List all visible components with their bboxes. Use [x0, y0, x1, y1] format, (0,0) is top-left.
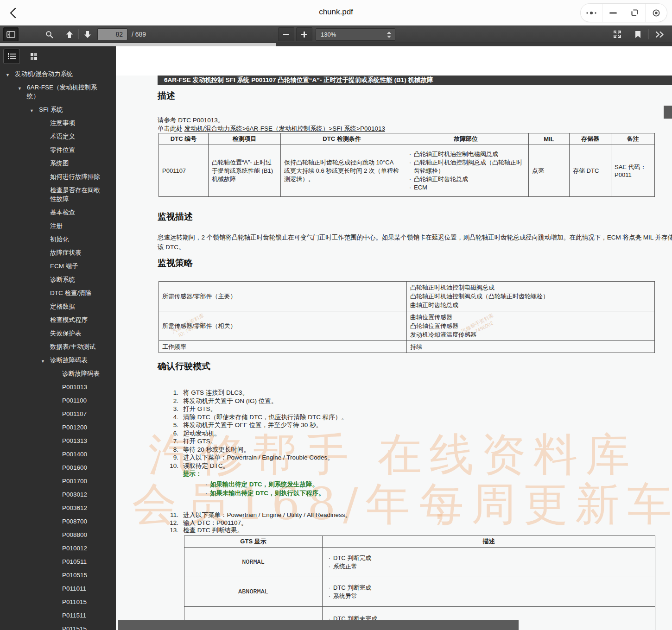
- expand-triangle-icon[interactable]: ▼: [41, 357, 45, 366]
- page-down-icon: [84, 31, 91, 38]
- close-button[interactable]: [645, 4, 667, 22]
- bookmark-icon: [635, 31, 641, 38]
- outline-item[interactable]: ▼ P011011: [0, 584, 116, 593]
- outline-item[interactable]: ▼ 检查是否存在间歇性故障: [0, 186, 116, 203]
- outline-item[interactable]: ▼ P001200: [0, 423, 116, 432]
- page-header-banner: 6AR-FSE 发动机控制 SFI 系统 P001107 凸轮轴位置“A”- 正…: [158, 76, 672, 85]
- vertical-scrollbar-thumb[interactable]: [664, 106, 672, 119]
- outline-item[interactable]: ▼ P003012: [0, 490, 116, 499]
- zoom-level-value: 130%: [321, 31, 336, 38]
- monitor-strategy-table: 所需传感器/零部件（主要） 凸轮轴正时机油控制电磁阀总成凸轮轴正时机油控制阀总成…: [158, 281, 655, 353]
- presentation-mode-button[interactable]: [609, 27, 625, 41]
- outline-item[interactable]: ▼ P010012: [0, 544, 116, 553]
- step-item: 3.打开 GTS。: [163, 405, 348, 413]
- description-line2: 单击此处 发动机/混合动力系统>6AR-FSE（发动机控制系统）>SFI 系统>…: [158, 125, 385, 133]
- sidebar-view-buttons: [0, 46, 116, 67]
- top-app-bar: chunk.pdf: [0, 0, 672, 25]
- bookmark-button[interactable]: [630, 27, 645, 41]
- outline-item[interactable]: ▼ 6AR-FSE（发动机控制系统）: [0, 83, 116, 101]
- window-close-icon: [652, 9, 660, 17]
- restore-button[interactable]: [624, 4, 646, 22]
- dtc-condition-cell: 保持凸轮轴正时齿轮总成径向跳动 10°CA 或更大持续 0.6 秒或更长时间 2…: [281, 145, 403, 197]
- dtc-table-row: P001107 凸轮轴位置“A”- 正时过于提前或系统性能 (B1) 机械故障 …: [159, 145, 655, 197]
- outline-item[interactable]: ▼ 术语定义: [0, 132, 116, 141]
- select-arrows-icon: [387, 31, 392, 38]
- expand-triangle-icon[interactable]: ▼: [6, 71, 10, 80]
- find-button[interactable]: [42, 27, 57, 41]
- outline-item[interactable]: ▼ 检查模式程序: [0, 315, 116, 324]
- outline-item[interactable]: ▼ 注意事项: [0, 119, 116, 127]
- outline-item[interactable]: ▼ 数据表/主动测试: [0, 342, 116, 351]
- outline-item[interactable]: ▼ 故障症状表: [0, 248, 116, 257]
- more-menu-button[interactable]: [581, 4, 602, 22]
- outline-item[interactable]: ▼ P001313: [0, 436, 116, 445]
- outline-item[interactable]: ▼ 注册: [0, 221, 116, 230]
- step-item: 11.进入以下菜单：Powertrain / Engine / Utility …: [163, 511, 351, 519]
- outline-item[interactable]: ▼ P011511: [0, 611, 116, 620]
- page-up-button[interactable]: [62, 27, 77, 41]
- outline-item[interactable]: ▼ P010515: [0, 571, 116, 580]
- hint-item: ·如果未输出待定 DTC，则执行以下程序。: [203, 489, 325, 498]
- section-heading-description: 描述: [158, 90, 175, 102]
- outline-item[interactable]: ▼ P010511: [0, 557, 116, 566]
- outline-item[interactable]: ▼ DTC 检查/清除: [0, 289, 116, 297]
- breadcrumb-link[interactable]: 发动机/混合动力系统>6AR-FSE（发动机控制系统）>SFI 系统>P0010…: [184, 125, 385, 132]
- confirm-steps-1-10: 1.将 GTS 连接到 DLC3。 2.将发动机开关置于 ON (IG) 位置。…: [163, 389, 348, 470]
- page-down-button[interactable]: [80, 27, 95, 41]
- outline-item[interactable]: ▼ 基本检查: [0, 208, 116, 217]
- zoom-level-select[interactable]: 130%: [316, 28, 395, 41]
- expand-triangle-icon[interactable]: ▼: [30, 107, 34, 115]
- outline-item[interactable]: ▼ P003612: [0, 504, 116, 512]
- outline-item[interactable]: ▼ P001400: [0, 450, 116, 459]
- outline-item[interactable]: ▼ ECM 端子: [0, 262, 116, 271]
- dtc-note-cell: SAE 代码：P0011: [611, 145, 655, 197]
- outline-item[interactable]: ▼ 诊断故障码表: [0, 369, 116, 378]
- outline-item[interactable]: ▼ 定格数据: [0, 302, 116, 311]
- sidebar-toggle-button[interactable]: [3, 27, 19, 41]
- horizontal-scrollbar-thumb[interactable]: [118, 620, 519, 630]
- thumbnails-view-button[interactable]: [26, 49, 42, 63]
- expand-triangle-icon[interactable]: ▼: [18, 84, 22, 93]
- dtc-memory-cell: 存储 DTC: [570, 145, 611, 197]
- pdf-page-view: 汽修帮手 在线资料库 会员168/年， 每周更新车型 汽修帮手资料库ID: 74…: [116, 46, 672, 630]
- outline-item[interactable]: ▼ 诊断故障码表: [0, 356, 116, 365]
- section-heading-monitor-strategy: 监视策略: [158, 257, 193, 269]
- outline-item[interactable]: ▼ SFI 系统: [0, 105, 116, 114]
- outline-item[interactable]: ▼ P001013: [0, 383, 116, 391]
- loading-bar: [0, 43, 672, 46]
- outline-item[interactable]: ▼ 失效保护表: [0, 329, 116, 338]
- zoom-out-icon: [283, 34, 289, 35]
- strategy-row: 所需传感器/零部件（相关） 曲轴位置传感器凸轮轴位置传感器发动机冷却液温度传感器: [159, 311, 655, 341]
- window-restore-icon: [631, 9, 639, 17]
- gts-row-abnormal: ABNORMAL ·DTC 判断完成·系统异常: [184, 577, 655, 607]
- zoom-in-button[interactable]: [296, 27, 312, 41]
- outline-item[interactable]: ▼ P001107: [0, 410, 116, 418]
- outline-view-button[interactable]: [4, 49, 19, 63]
- outline-item[interactable]: ▼ P011515: [0, 624, 116, 630]
- page-number-input[interactable]: [97, 28, 127, 40]
- outline-item[interactable]: ▼ P011015: [0, 598, 116, 606]
- outline-item[interactable]: ▼ P008700: [0, 517, 116, 526]
- outline-item[interactable]: ▼ 诊断系统: [0, 275, 116, 284]
- outline-item[interactable]: ▼ P001600: [0, 463, 116, 472]
- dtc-fault-parts-cell: ·凸轮轴正时机油控制电磁阀总成·凸轮轴正时机油控制阀总成（凸轮轴正时齿轮螺栓）·…: [403, 145, 529, 197]
- outline-item[interactable]: ▼ P001100: [0, 396, 116, 405]
- more-tools-button[interactable]: [652, 27, 668, 41]
- step-item: 4.清除 DTC（即使未存储 DTC，也应执行清除 DTC 程序）。: [163, 413, 348, 422]
- step-item: 13.检查 DTC 判断结果。: [163, 527, 351, 535]
- outline-item[interactable]: ▼ 零件位置: [0, 145, 116, 154]
- window-controls: [580, 3, 667, 22]
- minimize-button[interactable]: [602, 4, 624, 22]
- outline-item[interactable]: ▼ P001700: [0, 477, 116, 485]
- step-item: 5.将发动机开关置于 OFF 位置，并至少等待 30 秒。: [163, 421, 348, 429]
- watermark-line2b: 每周更新车型: [419, 475, 672, 535]
- outline-item[interactable]: ▼ 系统图: [0, 159, 116, 168]
- outline-item[interactable]: ▼ 如何进行故障排除: [0, 172, 116, 181]
- page-up-icon: [66, 31, 73, 38]
- fullscreen-icon: [613, 30, 621, 38]
- outline-item[interactable]: ▼ P008800: [0, 530, 116, 539]
- outline-item[interactable]: ▼ 发动机/混合动力系统: [0, 69, 116, 78]
- outline-item[interactable]: ▼ 初始化: [0, 235, 116, 244]
- search-icon: [45, 31, 53, 38]
- zoom-out-button[interactable]: [278, 27, 294, 41]
